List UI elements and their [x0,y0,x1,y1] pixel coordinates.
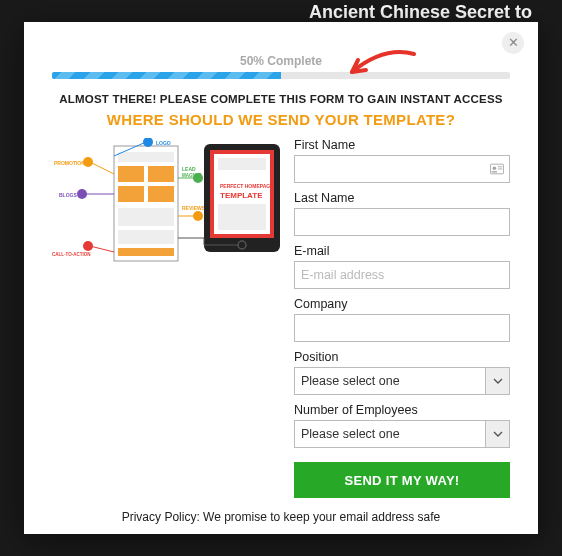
svg-text:REVIEWS: REVIEWS [182,205,206,211]
privacy-note: Privacy Policy: We promise to keep your … [52,510,510,524]
svg-line-14 [90,246,114,252]
svg-rect-8 [118,248,174,256]
contact-card-icon [490,163,504,175]
svg-text:MAGNET: MAGNET [182,173,202,178]
email-input[interactable] [294,261,510,289]
first-name-label: First Name [294,138,510,152]
svg-rect-4 [118,186,144,202]
svg-rect-31 [218,158,266,170]
svg-rect-42 [498,169,502,170]
progress-fill [52,72,281,79]
signup-form: First Name Last Name [294,138,510,498]
svg-text:LEAD: LEAD [182,166,196,172]
svg-text:LOGO: LOGO [156,140,171,146]
company-input[interactable] [294,314,510,342]
svg-rect-41 [498,166,502,167]
email-label: E-mail [294,244,510,258]
employees-label: Number of Employees [294,403,510,417]
svg-rect-3 [148,166,174,182]
svg-text:PROMOTION: PROMOTION [54,160,85,166]
close-icon: ✕ [508,35,519,50]
first-name-input[interactable] [294,155,510,183]
svg-text:PERFECT HOMEPAGE: PERFECT HOMEPAGE [220,183,274,189]
progress-label: 50% Complete [52,54,510,68]
last-name-input[interactable] [294,208,510,236]
svg-text:CALL-TO-ACTION: CALL-TO-ACTION [52,252,90,257]
background-teaser: Ancient Chinese Secret to [309,2,532,23]
svg-rect-2 [118,166,144,182]
position-label: Position [294,350,510,364]
svg-point-40 [493,166,497,170]
employees-select[interactable]: Please select one [294,420,510,448]
submit-button[interactable]: SEND IT MY WAY! [294,462,510,498]
signup-modal: ✕ 50% Complete ALMOST THERE! PLEASE COMP… [24,22,538,534]
close-button[interactable]: ✕ [502,32,524,54]
instructions-secondary: WHERE SHOULD WE SEND YOUR TEMPLATE? [52,111,510,128]
svg-rect-43 [492,171,497,172]
svg-rect-7 [118,230,174,244]
progress-bar [52,72,510,79]
template-preview-graphic: LOGO PROMOTION LEAD MAGNET BLOGS REVIEWS… [52,138,284,268]
svg-rect-34 [218,204,266,230]
svg-rect-6 [118,208,174,226]
company-label: Company [294,297,510,311]
instructions-primary: ALMOST THERE! PLEASE COMPLETE THIS FORM … [52,93,510,105]
last-name-label: Last Name [294,191,510,205]
svg-point-24 [193,211,203,221]
svg-text:BLOGS: BLOGS [59,192,77,198]
svg-rect-1 [118,152,174,162]
svg-text:TEMPLATE: TEMPLATE [220,191,263,200]
svg-line-10 [90,162,114,174]
position-select[interactable]: Please select one [294,367,510,395]
svg-point-26 [83,241,93,251]
svg-point-22 [77,189,87,199]
svg-rect-5 [148,186,174,202]
page-backdrop: Ancient Chinese Secret to ✕ 50% Complete… [0,0,562,556]
